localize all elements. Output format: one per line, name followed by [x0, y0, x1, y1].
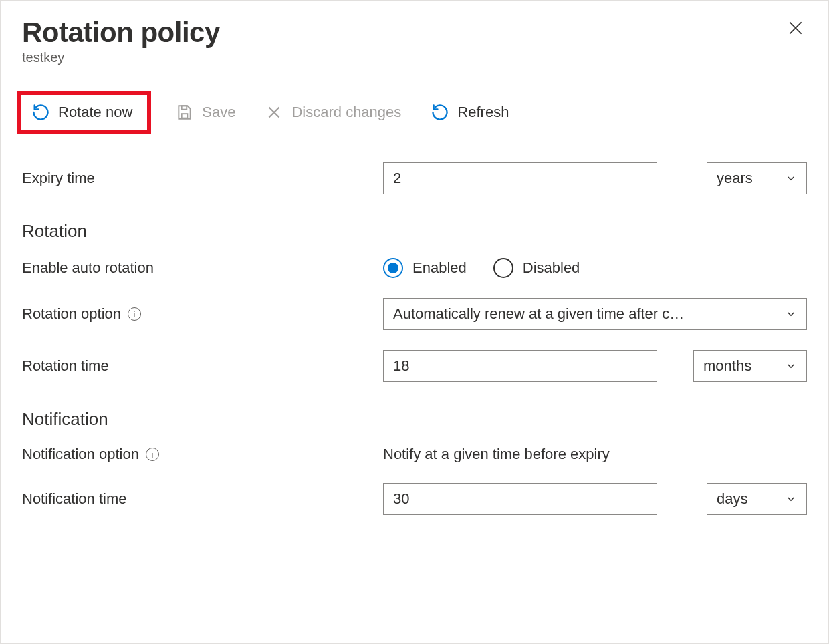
chevron-down-icon [785, 493, 797, 505]
radio-checked-icon [383, 258, 403, 278]
notification-option-label: Notification option i [22, 446, 383, 463]
svg-rect-3 [182, 106, 187, 109]
rotate-now-label: Rotate now [58, 104, 132, 121]
toolbar: Rotate now Save Discard changes Refresh [22, 91, 807, 142]
save-button[interactable]: Save [170, 99, 241, 126]
info-icon[interactable]: i [146, 448, 159, 461]
rotate-icon [31, 103, 50, 122]
auto-rotation-enabled-radio[interactable]: Enabled [383, 258, 467, 278]
rotate-now-button[interactable]: Rotate now [26, 99, 138, 126]
expiry-time-label: Expiry time [22, 170, 383, 187]
refresh-icon [431, 103, 449, 122]
expiry-unit-select[interactable]: years [707, 162, 807, 194]
notification-time-row: Notification time days [22, 483, 807, 515]
disabled-label: Disabled [523, 259, 580, 277]
rotation-unit-value: months [703, 357, 751, 375]
discard-icon [265, 103, 283, 122]
notification-option-value: Notify at a given time before expiry [383, 446, 610, 463]
rotation-policy-panel: Rotation policy testkey Rotate now Save [0, 0, 829, 644]
save-label: Save [202, 104, 235, 121]
rotation-time-input[interactable] [383, 350, 657, 382]
chevron-down-icon [785, 360, 797, 372]
notification-heading: Notification [22, 409, 807, 430]
notification-unit-value: days [717, 490, 747, 508]
header: Rotation policy testkey [22, 17, 807, 65]
save-icon [175, 103, 194, 122]
enable-auto-rotation-row: Enable auto rotation Enabled Disabled [22, 258, 807, 278]
svg-rect-2 [182, 114, 188, 118]
rotation-option-value: Automatically renew at a given time afte… [393, 305, 684, 323]
form-area: Expiry time years Rotation Enable auto r… [22, 162, 807, 515]
refresh-label: Refresh [457, 104, 509, 121]
close-button[interactable] [784, 17, 807, 44]
enable-auto-rotation-label: Enable auto rotation [22, 259, 383, 277]
notification-option-row: Notification option i Notify at a given … [22, 446, 807, 463]
rotation-option-label: Rotation option i [22, 305, 383, 323]
refresh-button[interactable]: Refresh [425, 99, 514, 126]
rotation-option-row: Rotation option i Automatically renew at… [22, 298, 807, 330]
rotate-now-highlight: Rotate now [17, 91, 151, 134]
enabled-label: Enabled [412, 259, 467, 277]
expiry-time-input[interactable] [383, 162, 657, 194]
rotation-option-select[interactable]: Automatically renew at a given time afte… [383, 298, 807, 330]
chevron-down-icon [785, 172, 797, 184]
page-subtitle: testkey [22, 50, 220, 65]
discard-button[interactable]: Discard changes [259, 99, 406, 126]
close-icon [787, 19, 804, 37]
expiry-unit-value: years [717, 170, 753, 187]
auto-rotation-disabled-radio[interactable]: Disabled [493, 258, 580, 278]
chevron-down-icon [785, 308, 797, 320]
discard-label: Discard changes [291, 104, 401, 121]
rotation-unit-select[interactable]: months [693, 350, 807, 382]
info-icon[interactable]: i [128, 307, 141, 321]
rotation-time-label: Rotation time [22, 357, 383, 375]
page-title: Rotation policy [22, 17, 220, 49]
expiry-time-row: Expiry time years [22, 162, 807, 194]
notification-time-input[interactable] [383, 483, 657, 515]
notification-time-label: Notification time [22, 490, 383, 508]
notification-unit-select[interactable]: days [707, 483, 807, 515]
rotation-time-row: Rotation time months [22, 350, 807, 382]
radio-unchecked-icon [493, 258, 513, 278]
auto-rotation-radio-group: Enabled Disabled [383, 258, 580, 278]
rotation-heading: Rotation [22, 221, 807, 242]
